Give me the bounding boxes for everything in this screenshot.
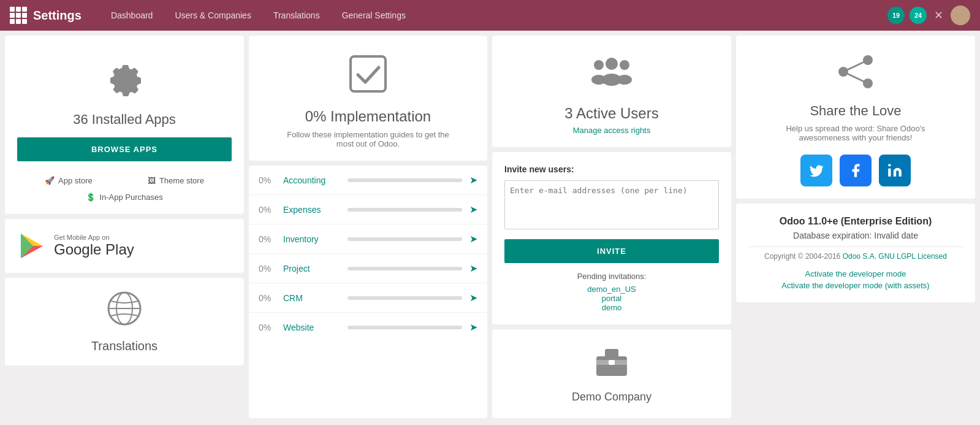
dev-mode-assets-link[interactable]: Activate the developer mode (with assets… bbox=[748, 281, 963, 290]
svg-point-11 bbox=[620, 60, 629, 70]
user-avatar[interactable] bbox=[951, 6, 970, 25]
facebook-button[interactable] bbox=[840, 155, 872, 186]
svg-line-20 bbox=[843, 60, 868, 72]
play-logo-icon bbox=[17, 231, 47, 261]
social-row bbox=[748, 155, 963, 186]
invite-card: Invite new users: INVITE Pending invitat… bbox=[492, 152, 731, 324]
translations-label: Translations bbox=[17, 339, 232, 353]
impl-item-accounting: 0% Accounting ➤ bbox=[249, 166, 487, 195]
dev-mode-link[interactable]: Activate the developer mode bbox=[748, 269, 963, 278]
dollar-icon: 💲 bbox=[86, 193, 96, 202]
notification-badge-1[interactable]: 19 bbox=[887, 7, 905, 24]
svg-point-7 bbox=[606, 58, 618, 70]
svg-rect-13 bbox=[596, 356, 627, 376]
impl-bar-website bbox=[348, 326, 462, 329]
google-play-card[interactable]: Get Mobile App on Google Play bbox=[5, 219, 244, 273]
copyright-text: Copyright © 2004-2016 Odoo S.A. GNU LGPL… bbox=[748, 252, 963, 261]
implementation-desc: Follow these implementation guides to ge… bbox=[283, 130, 454, 148]
impl-link-website[interactable]: Website bbox=[283, 323, 340, 332]
theme-store-link[interactable]: 🖼 Theme store bbox=[148, 176, 204, 185]
column-apps: 36 Installed Apps BROWSE APPS 🚀 App stor… bbox=[5, 36, 244, 423]
app-store-link[interactable]: 🚀 App store bbox=[45, 176, 93, 185]
invite-button[interactable]: INVITE bbox=[504, 239, 719, 263]
arrow-accounting[interactable]: ➤ bbox=[469, 174, 477, 186]
svg-point-1 bbox=[953, 18, 968, 25]
top-nav: Settings Dashboard Users & Companies Tra… bbox=[0, 0, 980, 31]
users-icon bbox=[504, 54, 719, 99]
impl-bar-crm bbox=[348, 296, 462, 300]
odoo-sa-link[interactable]: Odoo S.A. bbox=[843, 252, 876, 261]
dev-links: Activate the developer mode Activate the… bbox=[748, 269, 963, 290]
play-text-area: Get Mobile App on Google Play bbox=[54, 234, 134, 258]
in-app-purchases-link[interactable]: 💲 In-App Purchases bbox=[86, 193, 162, 202]
grid-icon[interactable] bbox=[10, 7, 27, 24]
lgpl-link[interactable]: GNU LGPL Licensed bbox=[878, 252, 947, 261]
pending-item-0[interactable]: demo_en_US bbox=[504, 285, 719, 294]
impl-bar-expenses bbox=[348, 208, 462, 212]
svg-point-12 bbox=[617, 75, 632, 85]
browse-apps-button[interactable]: BROWSE APPS bbox=[17, 137, 232, 161]
impl-item-inventory: 0% Inventory ➤ bbox=[249, 224, 487, 254]
checkmark-icon bbox=[261, 54, 475, 102]
impl-bar-inventory bbox=[348, 237, 462, 241]
column-implementation: 0% Implementation Follow these implement… bbox=[249, 36, 487, 423]
impl-link-crm[interactable]: CRM bbox=[283, 293, 340, 303]
invite-email-textarea[interactable] bbox=[504, 180, 719, 229]
app-links-row: 🚀 App store 🖼 Theme store bbox=[17, 176, 232, 185]
version-db: Database expiration: Invalid date bbox=[748, 231, 963, 240]
gear-icon bbox=[17, 54, 232, 105]
demo-company-label: Demo Company bbox=[504, 391, 719, 404]
image-icon: 🖼 bbox=[148, 176, 156, 185]
arrow-crm[interactable]: ➤ bbox=[469, 292, 477, 304]
arrow-project[interactable]: ➤ bbox=[469, 262, 477, 274]
main-content: 36 Installed Apps BROWSE APPS 🚀 App stor… bbox=[0, 31, 980, 425]
impl-item-project: 0% Project ➤ bbox=[249, 254, 487, 283]
share-icon bbox=[748, 54, 963, 97]
svg-rect-16 bbox=[609, 360, 615, 365]
users-count: 3 Active Users bbox=[504, 105, 719, 122]
column-share: Share the Love Help us spread the word: … bbox=[736, 36, 975, 423]
nav-dashboard[interactable]: Dashboard bbox=[100, 0, 164, 31]
svg-point-9 bbox=[594, 60, 604, 70]
close-button[interactable]: ✕ bbox=[932, 6, 946, 25]
nav-right: 19 24 ✕ bbox=[887, 6, 970, 25]
rocket-icon: 🚀 bbox=[45, 176, 55, 185]
twitter-button[interactable] bbox=[800, 155, 832, 186]
manage-access-link[interactable]: Manage access rights bbox=[504, 126, 719, 135]
invite-label: Invite new users: bbox=[504, 164, 719, 174]
impl-link-inventory[interactable]: Inventory bbox=[283, 234, 340, 244]
nav-general-settings[interactable]: General Settings bbox=[331, 0, 417, 31]
impl-link-expenses[interactable]: Expenses bbox=[283, 205, 340, 215]
arrow-expenses[interactable]: ➤ bbox=[469, 204, 477, 215]
nav-users-companies[interactable]: Users & Companies bbox=[164, 0, 262, 31]
get-mobile-text: Get Mobile App on bbox=[54, 234, 134, 241]
impl-item-expenses: 0% Expenses ➤ bbox=[249, 195, 487, 224]
impl-link-accounting[interactable]: Accounting bbox=[283, 175, 340, 185]
svg-point-0 bbox=[956, 9, 965, 17]
nav-translations[interactable]: Translations bbox=[262, 0, 331, 31]
translations-card: Translations bbox=[5, 278, 244, 366]
implementation-percent: 0% Implementation bbox=[261, 108, 475, 125]
share-title: Share the Love bbox=[748, 103, 963, 119]
pending-item-2[interactable]: demo bbox=[504, 303, 719, 312]
column-users: 3 Active Users Manage access rights Invi… bbox=[492, 36, 731, 423]
installed-apps-card: 36 Installed Apps BROWSE APPS 🚀 App stor… bbox=[5, 36, 244, 214]
version-card: Odoo 11.0+e (Enterprise Edition) Databas… bbox=[736, 204, 975, 302]
arrow-website[interactable]: ➤ bbox=[469, 321, 477, 333]
active-users-card: 3 Active Users Manage access rights bbox=[492, 36, 731, 147]
in-app-purchases-row: 💲 In-App Purchases bbox=[17, 193, 232, 202]
impl-item-website: 0% Website ➤ bbox=[249, 313, 487, 342]
globe-icon bbox=[17, 290, 232, 334]
logo-area: Settings bbox=[10, 7, 82, 24]
linkedin-button[interactable] bbox=[879, 155, 911, 186]
implementation-card: 0% Implementation Follow these implement… bbox=[249, 36, 487, 161]
share-desc: Help us spread the word: Share Odoo's aw… bbox=[776, 124, 935, 142]
svg-point-23 bbox=[888, 164, 891, 166]
pending-item-1[interactable]: portal bbox=[504, 294, 719, 303]
svg-line-21 bbox=[843, 72, 868, 83]
impl-link-project[interactable]: Project bbox=[283, 264, 340, 274]
notification-badge-2[interactable]: 24 bbox=[910, 7, 927, 24]
briefcase-icon bbox=[504, 344, 719, 386]
arrow-inventory[interactable]: ➤ bbox=[469, 233, 477, 245]
impl-bar-project bbox=[348, 267, 462, 270]
